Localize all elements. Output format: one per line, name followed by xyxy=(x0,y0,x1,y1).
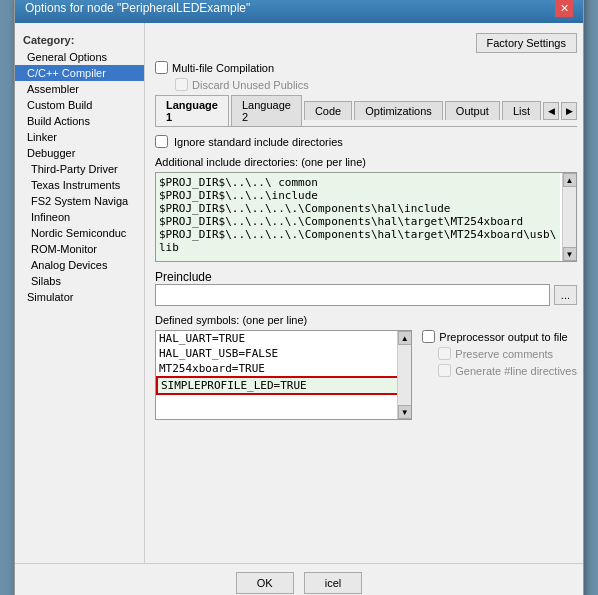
ok-button[interactable]: OK xyxy=(236,572,294,594)
sidebar-item-linker[interactable]: Linker xyxy=(15,129,144,145)
sidebar-item-texas-instruments[interactable]: Texas Instruments xyxy=(15,177,144,193)
tab-nav: ◀ ▶ xyxy=(543,102,577,120)
symbol-item: MT254xboard=TRUE xyxy=(156,361,411,376)
defined-symbols-box: HAL_UART=TRUEHAL_UART_USB=FALSEMT254xboa… xyxy=(155,330,412,420)
scroll-up-btn[interactable]: ▲ xyxy=(563,173,577,187)
defined-symbols-label: Defined symbols: (one per line) xyxy=(155,314,577,326)
preserve-checkbox[interactable] xyxy=(438,347,451,360)
scroll-down-btn[interactable]: ▼ xyxy=(563,247,577,261)
sidebar-item-build-actions[interactable]: Build Actions xyxy=(15,113,144,129)
include-dirs-box: ▲ ▼ xyxy=(155,172,577,262)
multi-file-checkbox[interactable] xyxy=(155,61,168,74)
sidebar-item-c/c++-compiler[interactable]: C/C++ Compiler xyxy=(15,65,144,81)
preinclude-row: ... xyxy=(155,284,577,306)
preprocessor-options: Preprocessor output to file Preserve com… xyxy=(422,330,577,420)
tab-output[interactable]: Output xyxy=(445,101,500,120)
dialog: Options for node "PeripheralLEDExample" … xyxy=(14,0,584,595)
main-content: Factory Settings Multi-file Compilation … xyxy=(145,23,587,563)
sidebar-item-infineon[interactable]: Infineon xyxy=(15,209,144,225)
generate-checkbox[interactable] xyxy=(438,364,451,377)
dialog-body: Category: General OptionsC/C++ CompilerA… xyxy=(15,23,583,563)
preinclude-label: Preinclude xyxy=(155,270,212,284)
browse-button[interactable]: ... xyxy=(554,285,577,305)
factory-settings-row: Factory Settings xyxy=(155,33,577,53)
multi-file-label: Multi-file Compilation xyxy=(155,61,274,74)
symbols-scrollbar: ▲ ▼ xyxy=(397,331,411,419)
ignore-row: Ignore standard include directories xyxy=(155,135,577,148)
tab-next-button[interactable]: ▶ xyxy=(561,102,577,120)
tab-prev-button[interactable]: ◀ xyxy=(543,102,559,120)
tab-language-2[interactable]: Language 2 xyxy=(231,95,302,126)
sidebar: Category: General OptionsC/C++ CompilerA… xyxy=(15,23,145,563)
ignore-label: Ignore standard include directories xyxy=(174,136,343,148)
ok-cancel-row: OK icel xyxy=(15,563,583,595)
include-dirs-textarea[interactable] xyxy=(156,173,560,261)
sidebar-item-debugger[interactable]: Debugger xyxy=(15,145,144,161)
category-label: Category: xyxy=(15,31,144,49)
sidebar-item-assembler[interactable]: Assembler xyxy=(15,81,144,97)
tab-bar: Language 1Language 2CodeOptimizationsOut… xyxy=(155,95,577,127)
generate-label: Generate #line directives xyxy=(422,364,577,377)
dialog-title: Options for node "PeripheralLEDExample" xyxy=(25,1,250,15)
title-bar: Options for node "PeripheralLEDExample" … xyxy=(15,0,583,23)
discard-unused-checkbox[interactable] xyxy=(175,78,188,91)
preinclude-input[interactable] xyxy=(155,284,550,306)
options-row: Multi-file Compilation xyxy=(155,61,577,74)
symbols-scroll-up[interactable]: ▲ xyxy=(398,331,412,345)
preprocessor-checkbox[interactable] xyxy=(422,330,435,343)
sidebar-item-analog-devices[interactable]: Analog Devices xyxy=(15,257,144,273)
tab-code[interactable]: Code xyxy=(304,101,352,120)
preprocessor-label: Preprocessor output to file xyxy=(422,330,577,343)
preserve-label: Preserve comments xyxy=(422,347,577,360)
include-dirs-label: Additional include directories: (one per… xyxy=(155,156,577,168)
tab-list[interactable]: List xyxy=(502,101,541,120)
sidebar-item-rom-monitor[interactable]: ROM-Monitor xyxy=(15,241,144,257)
close-button[interactable]: ✕ xyxy=(555,0,573,17)
cancel-button[interactable]: icel xyxy=(304,572,363,594)
sidebar-item-fs2-system-naviga[interactable]: FS2 System Naviga xyxy=(15,193,144,209)
symbols-scroll-down[interactable]: ▼ xyxy=(398,405,412,419)
symbol-item: SIMPLEPROFILE_LED=TRUE xyxy=(156,376,411,395)
include-dirs-scrollbar: ▲ ▼ xyxy=(562,173,576,261)
ignore-checkbox[interactable] xyxy=(155,135,168,148)
sidebar-item-silabs[interactable]: Silabs xyxy=(15,273,144,289)
sidebar-item-general-options[interactable]: General Options xyxy=(15,49,144,65)
tab-language-1[interactable]: Language 1 xyxy=(155,95,229,126)
sidebar-item-simulator[interactable]: Simulator xyxy=(15,289,144,305)
tab-optimizations[interactable]: Optimizations xyxy=(354,101,443,120)
sidebar-item-custom-build[interactable]: Custom Build xyxy=(15,97,144,113)
preinclude-section: Preinclude ... xyxy=(155,270,577,314)
symbol-item: HAL_UART_USB=FALSE xyxy=(156,346,411,361)
symbol-item: HAL_UART=TRUE xyxy=(156,331,411,346)
factory-settings-button[interactable]: Factory Settings xyxy=(476,33,577,53)
discard-row: Discard Unused Publics xyxy=(155,78,577,91)
discard-unused-label: Discard Unused Publics xyxy=(155,78,309,91)
sidebar-item-third-party-driver[interactable]: Third-Party Driver xyxy=(15,161,144,177)
sidebar-item-nordic-semiconduc[interactable]: Nordic Semiconduc xyxy=(15,225,144,241)
include-dirs-section: Additional include directories: (one per… xyxy=(155,156,577,262)
defined-symbols-area: HAL_UART=TRUEHAL_UART_USB=FALSEMT254xboa… xyxy=(155,330,577,420)
